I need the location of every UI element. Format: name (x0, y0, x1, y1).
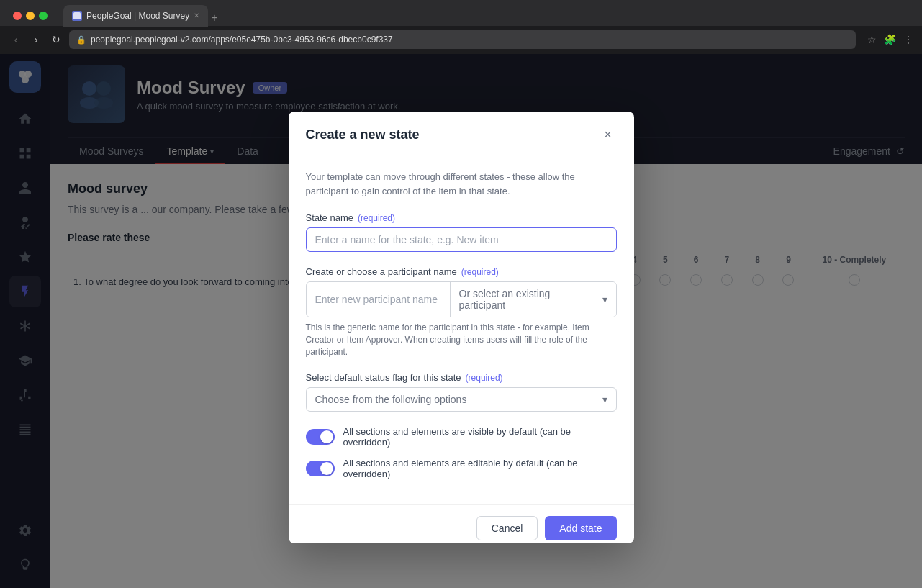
minimize-traffic-light[interactable] (26, 12, 35, 20)
maximize-traffic-light[interactable] (39, 12, 48, 20)
new-tab-button[interactable]: + (211, 12, 217, 24)
state-name-required: (required) (358, 213, 395, 223)
status-select-dropdown[interactable]: Choose from the following options ▾ (306, 387, 617, 412)
tab-title: PeopleGoal | Mood Survey (86, 11, 189, 21)
state-name-input[interactable] (306, 227, 617, 252)
toggle-visible-label: All sections and elements are visible by… (343, 426, 617, 448)
status-select-arrow-icon: ▾ (602, 394, 607, 405)
bookmark-icon[interactable]: ☆ (867, 34, 877, 45)
toggle-editable-row: All sections and elements are editable b… (306, 458, 617, 479)
traffic-lights (6, 6, 55, 26)
participant-text-input[interactable] (307, 282, 450, 317)
participant-name-group: Create or choose a participant name (req… (306, 266, 617, 358)
browser-chrome: PeopleGoal | Mood Survey ✕ + ‹ › ↻ 🔒 peo… (0, 0, 922, 54)
tab-close-button[interactable]: ✕ (194, 12, 199, 19)
tab-favicon (72, 11, 82, 21)
status-required: (required) (466, 373, 503, 383)
participant-input-row: Or select an existing participant ▾ (306, 281, 617, 317)
svg-rect-0 (73, 12, 81, 19)
toggle-editable[interactable] (306, 461, 335, 476)
status-select-text: Choose from the following options (315, 394, 597, 405)
url-box[interactable]: 🔒 peoplegoal.peoplegoal-v2.com/apps/e05e… (69, 30, 856, 49)
participant-required: (required) (461, 267, 499, 277)
state-name-group: State name (required) (306, 212, 617, 252)
create-state-modal: Create a new state × Your template can m… (289, 112, 634, 543)
address-bar: ‹ › ↻ 🔒 peoplegoal.peoplegoal-v2.com/app… (0, 26, 922, 54)
extensions-icon[interactable]: 🧩 (884, 34, 896, 45)
modal-header: Create a new state × (289, 112, 634, 155)
modal-footer: Cancel Add state (289, 504, 634, 543)
modal-title: Create a new state (306, 127, 420, 143)
participant-hint: This is the generic name for the partici… (306, 322, 617, 358)
toggle-visible-knob (320, 430, 333, 443)
modal-overlay: Create a new state × Your template can m… (0, 54, 922, 588)
back-button[interactable]: ‹ (9, 34, 23, 45)
participant-select[interactable]: Or select an existing participant ▾ (450, 282, 616, 317)
forward-button[interactable]: › (29, 34, 43, 45)
participant-name-label: Create or choose a participant name (req… (306, 266, 617, 277)
toggle-visible-row: All sections and elements are visible by… (306, 426, 617, 448)
participant-select-arrow: ▾ (602, 294, 607, 305)
cancel-button[interactable]: Cancel (476, 516, 538, 540)
status-flag-label: Select default status flag for this stat… (306, 372, 617, 383)
modal-close-button[interactable]: × (600, 126, 617, 143)
menu-icon[interactable]: ⋮ (903, 34, 913, 45)
browser-tab[interactable]: PeopleGoal | Mood Survey ✕ (63, 5, 208, 27)
lock-icon: 🔒 (76, 35, 86, 45)
add-state-button[interactable]: Add state (545, 516, 616, 540)
toolbar-icons: ☆ 🧩 ⋮ (867, 34, 913, 45)
close-traffic-light[interactable] (13, 12, 22, 20)
modal-description: Your template can move through different… (306, 170, 617, 198)
url-text: peoplegoal.peoplegoal-v2.com/apps/e05e47… (91, 35, 393, 45)
refresh-button[interactable]: ↻ (49, 34, 63, 45)
status-flag-group: Select default status flag for this stat… (306, 372, 617, 412)
modal-body: Your template can move through different… (289, 155, 634, 504)
toggle-visible[interactable] (306, 429, 335, 445)
toggle-editable-knob (320, 462, 333, 475)
state-name-label: State name (required) (306, 212, 617, 223)
toggle-editable-label: All sections and elements are editable b… (343, 458, 617, 479)
tab-bar: PeopleGoal | Mood Survey ✕ + (0, 0, 922, 26)
